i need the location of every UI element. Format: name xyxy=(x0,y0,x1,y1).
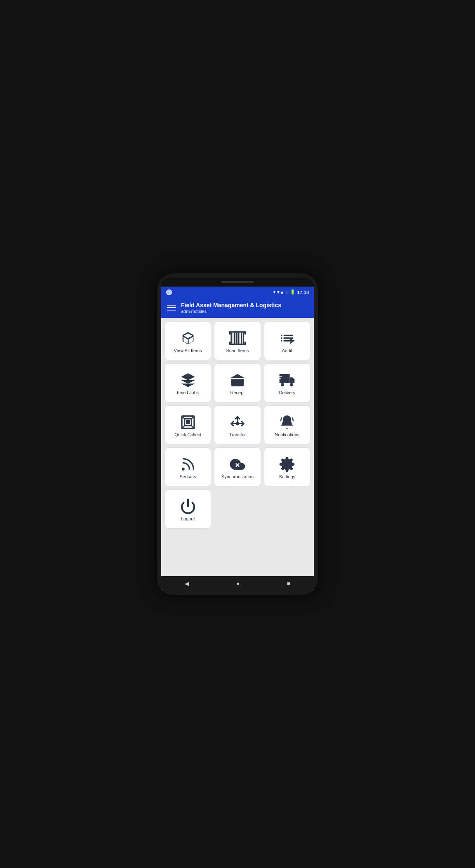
grid-item-scan-items[interactable]: Scan Items xyxy=(214,321,261,360)
svg-point-8 xyxy=(290,383,293,386)
phone-frame: ⌖ ▾▲ ↑ 🔋 17:18 Field Asset Management & … xyxy=(157,273,318,595)
battery-icon: 🔋 xyxy=(290,289,296,295)
time-display: 17:18 xyxy=(297,290,309,295)
svg-rect-0 xyxy=(229,331,246,332)
svg-rect-1 xyxy=(229,343,246,345)
grid-label-sensors: Sensors xyxy=(179,474,196,480)
grid-item-recept[interactable]: Recept xyxy=(214,363,261,402)
collect-icon xyxy=(180,414,196,432)
svg-rect-4 xyxy=(229,341,230,345)
gear-icon xyxy=(279,456,295,474)
grid-item-transfer[interactable]: Transfer xyxy=(214,405,261,445)
grid-item-audit[interactable]: Audit xyxy=(264,321,310,360)
grid-label-fixed-jobs: Fixed Jobs xyxy=(177,390,199,395)
delivery-icon xyxy=(279,372,295,390)
location-icon: ⌖ xyxy=(273,289,275,295)
grid-item-fixed-jobs[interactable]: Fixed Jobs xyxy=(165,363,211,402)
back-button[interactable]: ◀ xyxy=(178,579,196,588)
notch xyxy=(221,281,254,283)
audit-icon xyxy=(279,330,295,348)
svg-rect-2 xyxy=(229,331,230,334)
grid-item-sensors[interactable]: Sensors xyxy=(165,447,211,487)
svg-rect-5 xyxy=(245,341,246,345)
header-subtitle: adm.mobile1 xyxy=(181,309,281,314)
grid-item-settings[interactable]: Settings xyxy=(264,447,310,487)
grid-label-audit: Audit xyxy=(282,348,292,353)
svg-point-22 xyxy=(182,468,185,470)
header-title: Field Asset Management & Logistics xyxy=(181,301,281,309)
grid-label-logout: Logout xyxy=(181,516,195,522)
status-bar: ⌖ ▾▲ ↑ 🔋 17:18 xyxy=(161,287,314,298)
rss-icon xyxy=(180,456,196,474)
power-icon xyxy=(180,498,196,516)
grid-label-view-all-items: View All Items xyxy=(174,348,202,353)
package-icon xyxy=(229,372,246,390)
sync-icon xyxy=(229,456,246,474)
phone-screen: ⌖ ▾▲ ↑ 🔋 17:18 Field Asset Management & … xyxy=(161,287,314,591)
grid-item-delivery[interactable]: Delivery xyxy=(264,363,310,402)
status-dot-icon xyxy=(166,289,172,295)
grid-label-recept: Recept xyxy=(230,390,245,395)
home-button[interactable]: ● xyxy=(230,579,246,588)
grid-item-synchronization[interactable]: Synchronization xyxy=(214,447,261,487)
grid-label-scan-items: Scan Items xyxy=(226,348,249,353)
menu-icon[interactable] xyxy=(167,305,176,311)
layers-icon xyxy=(180,372,196,390)
svg-rect-3 xyxy=(245,331,246,334)
grid-item-quick-collect[interactable]: Quick Collect xyxy=(165,405,211,445)
status-left xyxy=(166,289,172,295)
status-right: ⌖ ▾▲ ↑ 🔋 17:18 xyxy=(273,289,309,295)
grid-label-delivery: Delivery xyxy=(279,390,295,395)
grid-item-view-all-items[interactable]: View All Items xyxy=(165,321,211,360)
grid-item-logout[interactable]: Logout xyxy=(165,489,211,529)
bell-icon xyxy=(279,414,295,432)
recent-button[interactable]: ■ xyxy=(280,579,297,588)
notch-area xyxy=(161,278,314,287)
signal-icon: ↑ xyxy=(286,290,288,295)
transfer-icon xyxy=(229,414,246,432)
menu-grid: View All Items xyxy=(165,321,310,529)
svg-point-7 xyxy=(281,383,284,386)
wifi-icon: ▾▲ xyxy=(277,289,284,295)
bottom-navigation: ◀ ● ■ xyxy=(161,576,314,591)
box-icon xyxy=(180,330,196,348)
grid-label-quick-collect: Quick Collect xyxy=(174,432,201,438)
svg-rect-13 xyxy=(186,420,190,424)
grid-label-settings: Settings xyxy=(279,474,295,480)
grid-item-notifications[interactable]: Notifications xyxy=(264,405,310,445)
barcode-icon xyxy=(229,330,246,348)
grid-label-transfer: Transfer xyxy=(229,432,246,438)
app-header: Field Asset Management & Logistics adm.m… xyxy=(161,298,314,318)
main-grid-container[interactable]: View All Items xyxy=(161,318,314,576)
header-text: Field Asset Management & Logistics adm.m… xyxy=(181,301,281,314)
grid-label-synchronization: Synchronization xyxy=(221,474,254,480)
grid-label-notifications: Notifications xyxy=(275,432,299,438)
